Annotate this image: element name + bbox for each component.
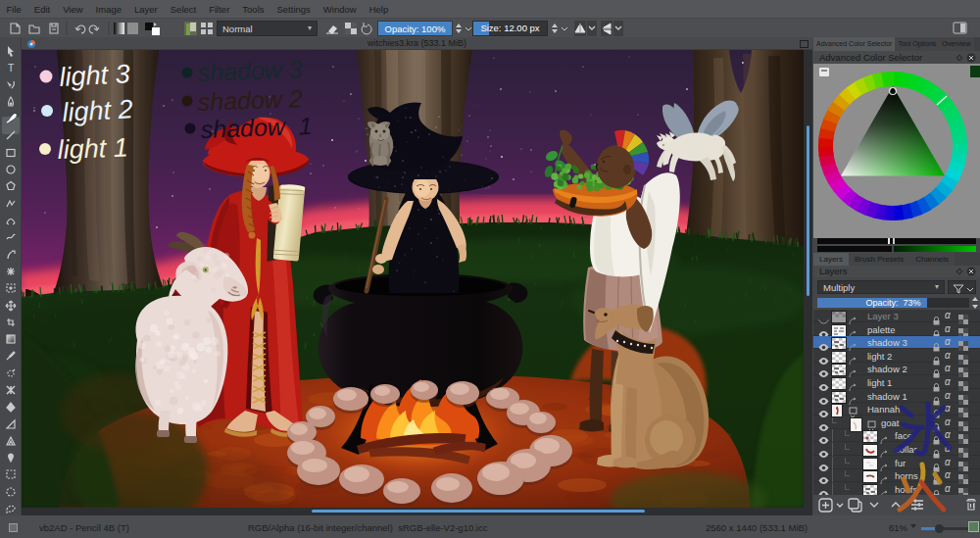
- svg-text:T: T: [8, 62, 15, 73]
- svg-text:light 1: light 1: [57, 132, 128, 164]
- svg-text:shadow 2: shadow 2: [197, 84, 303, 116]
- svg-text:light 3: light 3: [59, 59, 131, 92]
- svg-text:light 2: light 2: [62, 94, 134, 127]
- svg-text:shadow 1: shadow 1: [200, 112, 313, 143]
- svg-text:shadow 3: shadow 3: [197, 55, 303, 86]
